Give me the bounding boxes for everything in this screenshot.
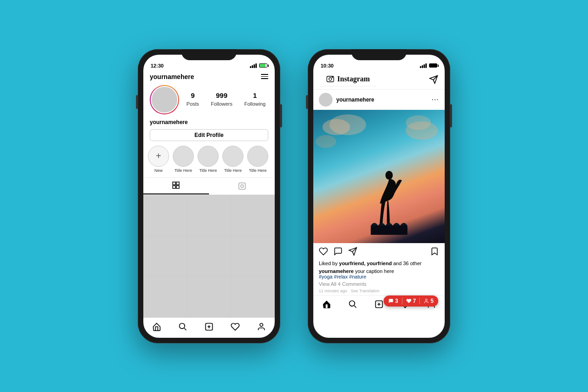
like-button[interactable] bbox=[319, 247, 328, 256]
camera-icon bbox=[326, 75, 334, 83]
post-image-content bbox=[313, 110, 445, 243]
edit-profile-button[interactable]: Edit Profile bbox=[150, 129, 268, 141]
notch bbox=[181, 49, 237, 60]
notif-likes-count: 7 bbox=[413, 298, 416, 304]
bottom-nav-1 bbox=[143, 318, 275, 338]
stat-followers[interactable]: 999 Followers bbox=[211, 91, 232, 108]
notification-bubble: 3 7 5 bbox=[384, 295, 438, 307]
phone-feed: 10:30 bbox=[308, 49, 450, 343]
nav-add[interactable] bbox=[204, 322, 214, 331]
notch-2 bbox=[351, 49, 407, 60]
svg-point-21 bbox=[425, 299, 427, 301]
grid-cell-9[interactable] bbox=[231, 277, 275, 317]
tab-grid[interactable] bbox=[143, 178, 209, 194]
followers-count: 999 bbox=[211, 91, 232, 99]
signal-icon-2 bbox=[420, 63, 427, 68]
status-icons-1 bbox=[250, 63, 267, 68]
tab-tagged[interactable] bbox=[209, 178, 275, 194]
battery-icon bbox=[259, 63, 267, 68]
story-3-circle bbox=[222, 146, 243, 167]
notif-person-icon bbox=[424, 298, 429, 304]
svg-rect-3 bbox=[176, 186, 179, 188]
story-1[interactable]: Title Here bbox=[173, 146, 194, 173]
story-4[interactable]: Title Here bbox=[247, 146, 268, 173]
nav-search[interactable] bbox=[178, 322, 187, 331]
svg-point-5 bbox=[241, 185, 243, 187]
nav-home[interactable] bbox=[152, 322, 161, 331]
svg-line-23 bbox=[354, 306, 356, 307]
story-3-label: Title Here bbox=[222, 168, 243, 173]
story-2[interactable]: Title Here bbox=[198, 146, 219, 173]
battery-icon-2 bbox=[429, 63, 437, 68]
likes-text: Liked by bbox=[319, 261, 339, 266]
notif-likes: 7 bbox=[406, 298, 416, 304]
see-translation[interactable]: See Translation bbox=[351, 289, 380, 293]
story-new-circle: + bbox=[148, 146, 169, 167]
instagram-logo: Instagram bbox=[320, 73, 376, 86]
nav-profile[interactable] bbox=[257, 322, 266, 331]
feed-header: Instagram bbox=[313, 71, 445, 90]
grid-cell-1[interactable] bbox=[143, 195, 187, 235]
svg-rect-0 bbox=[173, 182, 175, 185]
tag-icon bbox=[238, 182, 246, 190]
story-new[interactable]: + New bbox=[148, 146, 169, 173]
svg-rect-1 bbox=[176, 182, 179, 185]
menu-icon[interactable] bbox=[261, 74, 268, 79]
post-header: yournamehere ⋯ bbox=[313, 90, 445, 110]
share-button[interactable] bbox=[348, 247, 357, 256]
profile-header: yournamehere bbox=[143, 71, 275, 83]
nav-add-2[interactable] bbox=[374, 300, 384, 309]
grid-cell-5[interactable] bbox=[187, 236, 231, 276]
followers-label: Followers bbox=[211, 101, 232, 107]
profile-name: yournamehere bbox=[143, 118, 275, 129]
story-3[interactable]: Title Here bbox=[222, 146, 243, 173]
notif-followers-count: 5 bbox=[430, 298, 434, 304]
comment-button[interactable] bbox=[334, 247, 343, 256]
notif-followers: 5 bbox=[424, 298, 434, 304]
header-username: yournamehere bbox=[150, 73, 194, 80]
view-comments[interactable]: View All 4 Comments bbox=[313, 280, 445, 288]
profile-info: 9 Posts 999 Followers 1 Following bbox=[143, 83, 275, 118]
grid-cell-2[interactable] bbox=[187, 195, 231, 235]
grid-cell-4[interactable] bbox=[143, 236, 187, 276]
post-username: yournamehere bbox=[336, 97, 431, 103]
nav-home-2[interactable] bbox=[322, 300, 331, 309]
story-new-label: New bbox=[148, 168, 169, 173]
feed-screen: Instagram yournamehere ⋯ bbox=[313, 71, 445, 338]
story-4-label: Title Here bbox=[247, 168, 268, 173]
status-icons-2 bbox=[420, 63, 437, 68]
svg-rect-2 bbox=[173, 186, 175, 188]
silhouette bbox=[371, 160, 407, 243]
svg-rect-18 bbox=[371, 226, 407, 235]
liked-count: and 36 other bbox=[393, 261, 422, 266]
nav-search-2[interactable] bbox=[348, 300, 357, 309]
svg-rect-4 bbox=[239, 183, 245, 189]
notif-sep-2 bbox=[419, 298, 420, 304]
notif-comments: 3 bbox=[388, 298, 398, 304]
stat-posts: 9 Posts bbox=[187, 91, 199, 108]
time-2: 10:30 bbox=[321, 63, 334, 68]
post-image bbox=[313, 110, 445, 243]
svg-point-11 bbox=[260, 324, 263, 327]
notif-comment-icon bbox=[388, 298, 394, 304]
caption-user: yournamehere bbox=[319, 268, 354, 274]
caption-text: your caption here bbox=[355, 268, 394, 274]
nav-heart[interactable] bbox=[231, 322, 240, 331]
svg-point-17 bbox=[385, 170, 393, 179]
grid-cell-8[interactable] bbox=[187, 277, 231, 317]
story-4-circle bbox=[247, 146, 268, 167]
following-label: Following bbox=[244, 101, 266, 107]
save-button[interactable] bbox=[430, 247, 439, 256]
grid-cell-6[interactable] bbox=[231, 236, 275, 276]
app-name: Instagram bbox=[337, 75, 370, 83]
stat-following[interactable]: 1 Following bbox=[244, 91, 266, 108]
post-options[interactable]: ⋯ bbox=[431, 95, 439, 104]
svg-point-22 bbox=[349, 301, 355, 307]
post-time: 11 minutes ago See Translation bbox=[313, 288, 445, 295]
grid-cell-7[interactable] bbox=[143, 277, 187, 317]
plus-icon: + bbox=[156, 151, 161, 161]
direct-icon[interactable] bbox=[429, 75, 438, 84]
post-likes: Liked by yourfriend, yourfriend and 36 o… bbox=[313, 260, 445, 267]
photo-grid bbox=[143, 195, 275, 318]
grid-cell-3[interactable] bbox=[231, 195, 275, 235]
